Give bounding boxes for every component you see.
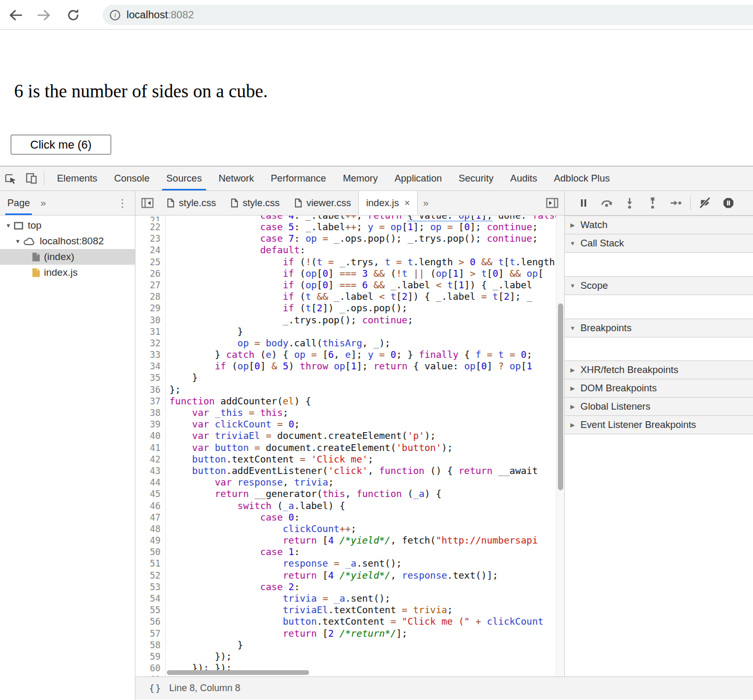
code-line[interactable]: 51 response = _a.sent(); xyxy=(135,558,564,569)
source-tab-style-css[interactable]: style.css xyxy=(159,191,223,215)
gutter-line-number[interactable]: 39 xyxy=(135,419,166,430)
gutter-line-number[interactable]: 41 xyxy=(135,442,166,454)
code-line[interactable]: 26 if (op[0] === 3 && (!t || (op[1] > t[… xyxy=(135,268,564,279)
code-line[interactable]: 56 button.textContent = "Click me (" + c… xyxy=(135,616,564,627)
gutter-line-number[interactable]: 46 xyxy=(135,500,166,512)
step-over-button[interactable] xyxy=(595,191,618,215)
code-line[interactable]: 38 var _this = this; xyxy=(135,407,564,419)
gutter-line-number[interactable]: 53 xyxy=(135,581,166,593)
gutter-line-number[interactable]: 33 xyxy=(135,349,166,360)
gutter-line-number[interactable]: 28 xyxy=(135,291,166,302)
code-line[interactable]: 35 } xyxy=(135,372,564,383)
code-line[interactable]: 27 if (op[0] === 6 && _.label < t[1]) { … xyxy=(135,279,564,291)
code-line[interactable]: 33 } catch (e) { op = [6, e]; y = 0; } f… xyxy=(135,349,564,360)
code-line[interactable]: 58 } xyxy=(135,639,564,651)
section-header-watch[interactable]: ▶Watch xyxy=(565,216,753,234)
code-line[interactable]: 29 if (t[2]) _.ops.pop(); xyxy=(135,302,564,314)
gutter-line-number[interactable]: 25 xyxy=(135,256,166,268)
devtools-tab-adblock-plus[interactable]: Adblock Plus xyxy=(545,166,618,190)
devtools-tab-elements[interactable]: Elements xyxy=(49,166,106,190)
code-line[interactable]: 59 }); xyxy=(135,651,564,662)
step-into-button[interactable] xyxy=(618,191,641,215)
forward-button[interactable] xyxy=(32,0,55,30)
gutter-line-number[interactable]: 35 xyxy=(135,372,166,383)
navigator-menu-icon[interactable]: ⋮ xyxy=(110,197,135,209)
code-line[interactable]: 50 case 1: xyxy=(135,546,564,558)
gutter-line-number[interactable]: 38 xyxy=(135,407,166,419)
vertical-scrollbar-thumb[interactable] xyxy=(558,303,563,490)
editor-horizontal-scrollbar[interactable] xyxy=(166,669,556,676)
code-line[interactable]: 46 switch (_a.label) { xyxy=(135,500,564,512)
gutter-line-number[interactable]: 36 xyxy=(135,384,166,396)
code-line[interactable]: 23 case 7: op = _.ops.pop(); _.trys.pop(… xyxy=(135,233,564,244)
code-line[interactable]: 39 var clickCount = 0; xyxy=(135,419,564,430)
gutter-line-number[interactable]: 43 xyxy=(135,465,166,477)
code-line[interactable]: 57 return [2 /*return*/]; xyxy=(135,628,564,639)
gutter-line-number[interactable]: 32 xyxy=(135,337,166,349)
section-header-event-listener-breakpoints[interactable]: ▶Event Listener Breakpoints xyxy=(565,415,753,434)
gutter-line-number[interactable]: 24 xyxy=(135,244,166,256)
code-line[interactable]: 37function addCounter(el) { xyxy=(135,396,564,407)
device-toolbar-button[interactable] xyxy=(21,166,42,190)
code-line[interactable]: 34 if (op[0] & 5) throw op[1]; return { … xyxy=(135,360,564,372)
gutter-line-number[interactable]: 44 xyxy=(135,477,166,488)
gutter-line-number[interactable]: 45 xyxy=(135,488,166,500)
horizontal-scrollbar-thumb[interactable] xyxy=(167,670,309,675)
devtools-tab-memory[interactable]: Memory xyxy=(335,166,386,190)
gutter-line-number[interactable]: 47 xyxy=(135,512,166,523)
gutter-line-number[interactable]: 29 xyxy=(135,302,166,314)
code-line[interactable]: 54 trivia = _a.sent(); xyxy=(135,593,564,604)
gutter-line-number[interactable]: 30 xyxy=(135,314,166,326)
code-line[interactable]: 22 case 5: _.label++; y = op[1]; op = [0… xyxy=(135,221,564,233)
devtools-tab-audits[interactable]: Audits xyxy=(502,166,545,190)
code-line[interactable]: 47 case 0: xyxy=(135,512,564,523)
gutter-line-number[interactable]: 27 xyxy=(135,279,166,291)
gutter-line-number[interactable]: 59 xyxy=(135,651,166,662)
code-line[interactable]: 32 op = body.call(thisArg, _); xyxy=(135,337,564,349)
section-header-scope[interactable]: ▼Scope xyxy=(565,276,753,295)
expander-icon[interactable]: ▼ xyxy=(14,238,22,244)
expander-icon[interactable]: ▼ xyxy=(4,222,13,229)
gutter-line-number[interactable]: 56 xyxy=(135,616,166,627)
step-button[interactable] xyxy=(664,191,687,215)
code-line[interactable]: 36}; xyxy=(135,384,564,396)
code-line[interactable]: 42 button.textContent = 'Click me'; xyxy=(135,454,564,465)
gutter-line-number[interactable]: 55 xyxy=(135,604,166,616)
source-tab-viewer-css[interactable]: viewer.css xyxy=(287,191,358,215)
close-tab-icon[interactable]: × xyxy=(404,197,410,209)
navigator-more-tabs[interactable]: » xyxy=(37,197,49,209)
section-header-breakpoints[interactable]: ▼Breakpoints xyxy=(565,319,753,337)
code-line[interactable]: 55 triviaEl.textContent = trivia; xyxy=(135,604,564,616)
gutter-line-number[interactable]: 50 xyxy=(135,546,166,558)
tree-item-index-js[interactable]: index.js xyxy=(0,265,135,280)
gutter-line-number[interactable]: 49 xyxy=(135,535,166,546)
code-line[interactable]: 24 default: xyxy=(135,244,564,256)
code-line[interactable]: 48 clickCount++; xyxy=(135,523,564,535)
code-line[interactable]: 30 _.trys.pop(); continue; xyxy=(135,314,564,326)
gutter-line-number[interactable]: 31 xyxy=(135,326,166,337)
devtools-tab-security[interactable]: Security xyxy=(450,166,502,190)
code-line[interactable]: 40 var triviaEl = document.createElement… xyxy=(135,430,564,442)
gutter-line-number[interactable]: 58 xyxy=(135,639,166,651)
click-me-button[interactable]: Click me (6) xyxy=(10,134,111,155)
code-line[interactable]: 31 } xyxy=(135,326,564,337)
inspect-element-button[interactable] xyxy=(0,166,21,190)
code-line[interactable]: 21 case 4: _.label++; return { value: op… xyxy=(135,216,564,221)
step-out-button[interactable] xyxy=(641,191,664,215)
gutter-line-number[interactable]: 57 xyxy=(135,628,166,639)
pause-on-exceptions-button[interactable] xyxy=(717,191,740,215)
gutter-line-number[interactable]: 54 xyxy=(135,593,166,604)
devtools-tab-performance[interactable]: Performance xyxy=(263,166,335,190)
gutter-line-number[interactable]: 34 xyxy=(135,360,166,372)
tree-item-localhost-8082[interactable]: ▼localhost:8082 xyxy=(0,233,135,249)
section-header-global-listeners[interactable]: ▶Global Listeners xyxy=(565,397,753,416)
gutter-line-number[interactable]: 51 xyxy=(135,558,166,569)
pretty-print-icon[interactable]: {} xyxy=(135,683,169,694)
devtools-tab-sources[interactable]: Sources xyxy=(158,166,210,190)
code-line[interactable]: 25 if (!(t = _.trys, t = t.length > 0 &&… xyxy=(135,256,564,268)
reload-button[interactable] xyxy=(62,0,85,30)
pause-script-button[interactable] xyxy=(572,191,595,215)
devtools-tab-network[interactable]: Network xyxy=(210,166,263,190)
code-line[interactable]: 52 return [4 /*yield*/, response.text()]… xyxy=(135,570,564,581)
show-right-panel-button[interactable] xyxy=(540,191,564,215)
